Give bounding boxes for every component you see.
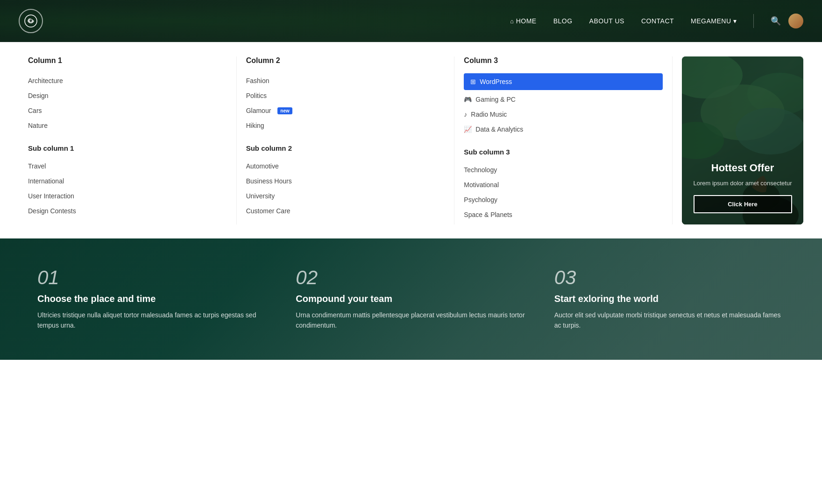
menu-item-design[interactable]: Design [28, 88, 227, 103]
feature-item-3: 03 Start exloring the world Auctor elit … [554, 266, 785, 332]
promo-content: Hottest Offer Lorem ipsum dolor amet con… [694, 162, 792, 214]
svg-point-6 [736, 108, 803, 154]
feature-2-num: 02 [296, 266, 526, 289]
nav-icon-group: 🔍 [771, 14, 803, 28]
menu-item-business-hours[interactable]: Business Hours [246, 174, 445, 189]
site-logo[interactable] [19, 9, 43, 33]
nav-logo-area [19, 9, 43, 33]
menu-item-technology[interactable]: Technology [464, 162, 663, 177]
menu-item-psychology[interactable]: Psychology [464, 192, 663, 207]
col2-sub-title: Sub column 2 [246, 144, 445, 152]
menu-item-design-contests[interactable]: Design Contests [28, 203, 227, 218]
menu-item-architecture[interactable]: Architecture [28, 73, 227, 88]
feature-2-text: Urna condimentum mattis pellentesque pla… [296, 310, 526, 331]
col1-sub-title: Sub column 1 [28, 144, 227, 152]
home-icon: ⌂ [510, 18, 514, 25]
analytics-icon: 📈 [464, 126, 472, 133]
feature-2-title: Compound your team [296, 294, 526, 304]
menu-item-international[interactable]: International [28, 174, 227, 189]
nav-home[interactable]: ⌂ HOME [510, 17, 536, 25]
menu-item-university[interactable]: University [246, 189, 445, 203]
nav-links: ⌂ HOME BLOG ABOUT US CONTACT MEGAMENU ▾ … [510, 14, 803, 28]
menu-item-cars[interactable]: Cars [28, 103, 227, 118]
nav-megamenu[interactable]: MEGAMENU ▾ [691, 17, 737, 25]
menu-column-1: Column 1 Architecture Design Cars Nature… [19, 56, 237, 224]
features-section: 01 Choose the place and time Ultricies t… [0, 238, 822, 360]
feature-1-text: Ultricies tristique nulla aliquet tortor… [37, 310, 268, 331]
menu-item-glamour[interactable]: Glamour new [246, 103, 445, 118]
nav-about[interactable]: ABOUT US [589, 17, 624, 25]
col3-title: Column 3 [464, 56, 663, 65]
menu-item-user-interaction[interactable]: User Interaction [28, 189, 227, 203]
feature-3-title: Start exloring the world [554, 294, 785, 304]
gaming-icon: 🎮 [464, 96, 472, 103]
new-badge: new [277, 107, 292, 114]
menu-item-data-analytics[interactable]: 📈 Data & Analytics [464, 122, 663, 137]
menu-item-politics[interactable]: Politics [246, 88, 445, 103]
feature-1-title: Choose the place and time [37, 294, 268, 304]
menu-item-fashion[interactable]: Fashion [246, 73, 445, 88]
menu-item-customer-care[interactable]: Customer Care [246, 203, 445, 218]
col1-title: Column 1 [28, 56, 227, 65]
nav-blog[interactable]: BLOG [553, 17, 573, 25]
menu-item-automotive[interactable]: Automotive [246, 159, 445, 174]
promo-click-here-button[interactable]: Click Here [694, 195, 792, 213]
promo-column: Hottest Offer Lorem ipsum dolor amet con… [673, 56, 803, 224]
promo-title: Hottest Offer [694, 162, 792, 174]
promo-card: Hottest Offer Lorem ipsum dolor amet con… [682, 56, 803, 224]
promo-text: Lorem ipsum dolor amet consectetur [694, 179, 792, 188]
col3-sub-title: Sub column 3 [464, 148, 663, 156]
feature-1-num: 01 [37, 266, 268, 289]
menu-item-hiking[interactable]: Hiking [246, 118, 445, 133]
music-icon: ♪ [464, 111, 467, 118]
user-avatar[interactable] [788, 14, 803, 28]
feature-3-text: Auctor elit sed vulputate morbi tristiqu… [554, 310, 785, 331]
menu-item-travel[interactable]: Travel [28, 159, 227, 174]
menu-item-gaming[interactable]: 🎮 Gaming & PC [464, 92, 663, 107]
menu-column-2: Column 2 Fashion Politics Glamour new Hi… [237, 56, 455, 224]
menu-item-space-planets[interactable]: Space & Planets [464, 207, 663, 222]
nav-divider [753, 14, 754, 28]
menu-item-wordpress[interactable]: ⊞ WordPress [464, 73, 663, 90]
feature-3-num: 03 [554, 266, 785, 289]
menu-column-3: Column 3 ⊞ WordPress 🎮 Gaming & PC ♪ Rad… [454, 56, 673, 224]
menu-item-motivational[interactable]: Motivational [464, 177, 663, 192]
wordpress-icon: ⊞ [470, 78, 476, 85]
dropdown-menu: Column 1 Architecture Design Cars Nature… [0, 42, 822, 238]
feature-item-2: 02 Compound your team Urna condimentum m… [296, 266, 526, 332]
col2-title: Column 2 [246, 56, 445, 65]
search-button[interactable]: 🔍 [771, 16, 781, 26]
nav-contact[interactable]: CONTACT [641, 17, 674, 25]
chevron-down-icon: ▾ [733, 17, 737, 25]
navbar: ⌂ HOME BLOG ABOUT US CONTACT MEGAMENU ▾ … [0, 0, 822, 42]
feature-item-1: 01 Choose the place and time Ultricies t… [37, 266, 268, 332]
menu-item-radio-music[interactable]: ♪ Radio Music [464, 107, 663, 122]
menu-item-nature[interactable]: Nature [28, 118, 227, 133]
